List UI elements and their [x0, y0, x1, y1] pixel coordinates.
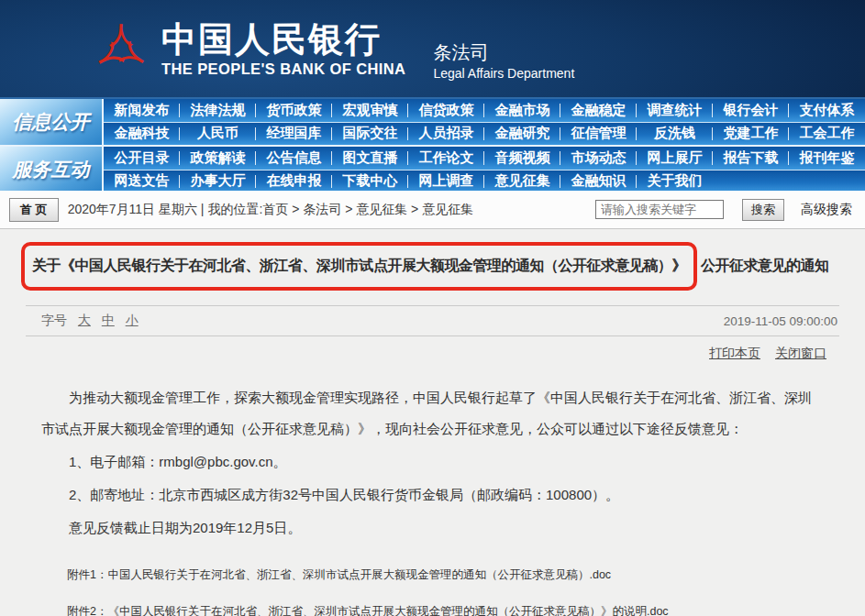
close-window-link[interactable]: 关闭窗口: [775, 346, 826, 362]
nav-item[interactable]: 反洗钱: [637, 123, 713, 146]
font-size-label: 字号: [41, 313, 67, 327]
nav-item[interactable]: 人民币: [180, 123, 256, 146]
nav-item[interactable]: 金融研究: [484, 123, 560, 146]
nav-item[interactable]: 市场动态: [560, 147, 637, 170]
paragraph-email: 1、电子邮箱：rmbgl@pbc.gov.cn。: [41, 446, 824, 478]
bank-name-en: THE PEOPLE'S BANK OF CHINA: [161, 60, 405, 78]
page: 人 人 人 中国人民银行 THE PEOPLE'S BANK OF CHINA …: [0, 0, 865, 616]
nav-item[interactable]: 图文直播: [332, 147, 408, 170]
breadcrumb: 2020年7月11日 星期六 | 我的位置:首页 > 条法司 > 意见征集 > …: [68, 202, 474, 218]
nav-item[interactable]: 银行会计: [713, 99, 789, 122]
nav-item[interactable]: 人员招录: [408, 123, 484, 146]
nav-item[interactable]: 调查统计: [637, 99, 713, 122]
nav-item[interactable]: 关于我们: [637, 170, 713, 193]
nav-item[interactable]: 征信管理: [560, 123, 637, 146]
nav-item[interactable]: 金融科技: [104, 123, 180, 146]
nav-row: 新闻发布法律法规货币政策宏观审慎信贷政策金融市场金融稳定调查统计银行会计支付体系: [104, 99, 865, 123]
article-content: 关于《中国人民银行关于在河北省、浙江省、深圳市试点开展大额现金管理的通知（公开征…: [0, 229, 865, 616]
nav-item[interactable]: 下载中心: [332, 170, 408, 193]
search-input[interactable]: [595, 200, 724, 219]
article-body: 为推动大额现金管理工作，探索大额现金管理实现路径，中国人民银行起草了《中国人民银…: [41, 382, 824, 616]
bank-name-zh: 中国人民银行: [161, 20, 405, 59]
nav-item[interactable]: 金融知识: [560, 170, 637, 193]
department-name-en: Legal Affairs Department: [433, 66, 574, 81]
nav-item[interactable]: 网上展厅: [637, 147, 713, 170]
title-suffix: 公开征求意见的通知: [697, 257, 829, 276]
nav-item[interactable]: 党建工作: [713, 123, 789, 146]
nav-item[interactable]: 经理国库: [256, 123, 332, 146]
font-size-small-link[interactable]: 小: [126, 313, 139, 327]
nav-item[interactable]: 金融稳定: [560, 99, 637, 122]
breadcrumb-bar: 首 页 2020年7月11日 星期六 | 我的位置:首页 > 条法司 > 意见征…: [0, 191, 865, 229]
print-page-link[interactable]: 打印本页: [709, 346, 760, 362]
department-name-zh: 条法司: [433, 41, 574, 63]
nav-row: 公开目录政策解读公告信息图文直播工作论文音频视频市场动态网上展厅报告下载报刊年鉴: [104, 147, 865, 170]
nav-item[interactable]: 在线申报: [256, 170, 332, 193]
nav-item[interactable]: 意见征集: [484, 170, 560, 193]
nav-section-service-interaction: 服务互动 公开目录政策解读公告信息图文直播工作论文音频视频市场动态网上展厅报告下…: [0, 147, 865, 192]
nav-item-empty: [789, 170, 865, 193]
department-names: 条法司 Legal Affairs Department: [433, 17, 574, 81]
nav-item[interactable]: 货币政策: [256, 99, 332, 122]
nav-section-info-disclosure: 信息公开 新闻发布法律法规货币政策宏观审慎信贷政策金融市场金融稳定调查统计银行会…: [0, 99, 865, 147]
nav-rows: 公开目录政策解读公告信息图文直播工作论文音频视频市场动态网上展厅报告下载报刊年鉴…: [104, 147, 865, 192]
nav-section-label-info-disclosure[interactable]: 信息公开: [0, 99, 104, 145]
nav-item[interactable]: 公告信息: [256, 147, 332, 170]
bank-names: 中国人民银行 THE PEOPLE'S BANK OF CHINA: [161, 20, 405, 78]
nav-item[interactable]: 网上调查: [408, 170, 484, 193]
nav-item[interactable]: 报刊年鉴: [789, 147, 865, 170]
nav-item[interactable]: 宏观审慎: [332, 99, 408, 122]
nav-item[interactable]: 政策解读: [180, 147, 256, 170]
nav-row: 网送文告办事大厅在线申报下载中心网上调查意见征集金融知识关于我们: [104, 170, 865, 193]
font-size-large-link[interactable]: 大: [78, 313, 91, 327]
paragraph-deadline: 意见反馈截止日期为2019年12月5日。: [41, 512, 824, 544]
nav-item[interactable]: 网送文告: [104, 170, 180, 193]
nav-item[interactable]: 办事大厅: [180, 170, 256, 193]
nav-item[interactable]: 公开目录: [104, 147, 180, 170]
advanced-search-link[interactable]: 高级搜索: [801, 202, 852, 218]
attachment-1-link[interactable]: 附件1：中国人民银行关于在河北省、浙江省、深圳市试点开展大额现金管理的通知（公开…: [41, 566, 824, 584]
paragraph-mail-address: 2、邮寄地址：北京市西城区成方街32号中国人民银行货币金银局（邮政编码：1008…: [41, 479, 824, 511]
search-button[interactable]: 搜索: [742, 199, 784, 221]
publish-datetime: 2019-11-05 09:00:00: [724, 314, 837, 328]
nav-row: 金融科技人民币经理国库国际交往人员招录金融研究征信管理反洗钱党建工作工会工作: [104, 123, 865, 146]
attachment-2-link[interactable]: 附件2：《中国人民银行关于在河北省、浙江省、深圳市试点开展大额现金管理的通知（公…: [41, 602, 824, 616]
pboc-logo-icon: 人 人 人: [95, 15, 147, 82]
nav-item[interactable]: 新闻发布: [104, 99, 180, 122]
main-nav: 信息公开 新闻发布法律法规货币政策宏观审慎信贷政策金融市场金融稳定调查统计银行会…: [0, 99, 865, 191]
nav-item[interactable]: 音频视频: [484, 147, 560, 170]
nav-item[interactable]: 金融市场: [484, 99, 560, 122]
nav-item[interactable]: 工会工作: [789, 123, 865, 146]
paragraph: 为推动大额现金管理工作，探索大额现金管理实现路径，中国人民银行起草了《中国人民银…: [41, 382, 824, 445]
nav-item[interactable]: 报告下载: [713, 147, 789, 170]
font-size-medium-link[interactable]: 中: [102, 313, 115, 327]
font-size-controls: 字号 大 中 小: [41, 313, 139, 329]
nav-item[interactable]: 工作论文: [408, 147, 484, 170]
nav-rows: 新闻发布法律法规货币政策宏观审慎信贷政策金融市场金融稳定调查统计银行会计支付体系…: [104, 99, 865, 145]
home-button[interactable]: 首 页: [9, 198, 59, 222]
page-title: 关于《中国人民银行关于在河北省、浙江省、深圳市试点开展大额现金管理的通知（公开征…: [0, 229, 865, 291]
nav-item-empty: [713, 170, 789, 193]
article-tools: 打印本页 关闭窗口: [0, 336, 865, 362]
site-header: 人 人 人 中国人民银行 THE PEOPLE'S BANK OF CHINA …: [0, 0, 865, 99]
article-meta-row: 字号 大 中 小 2019-11-05 09:00:00: [0, 306, 865, 336]
nav-item[interactable]: 信贷政策: [408, 99, 484, 122]
nav-item[interactable]: 法律法规: [180, 99, 256, 122]
nav-section-label-service-interaction[interactable]: 服务互动: [0, 147, 104, 192]
nav-item[interactable]: 支付体系: [789, 99, 865, 122]
nav-item[interactable]: 国际交往: [332, 123, 408, 146]
title-red-annotation-box: 关于《中国人民银行关于在河北省、浙江省、深圳市试点开展大额现金管理的通知（公开征…: [21, 242, 697, 291]
